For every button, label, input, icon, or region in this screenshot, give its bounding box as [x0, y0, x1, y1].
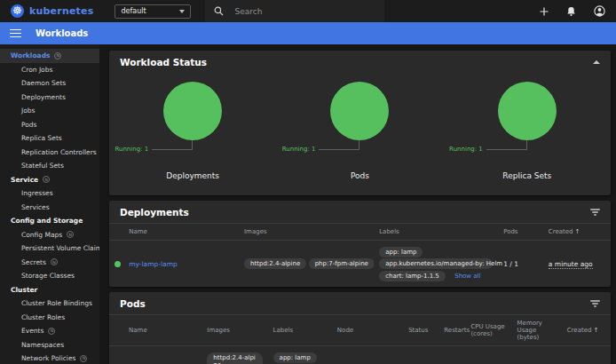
- sidebar-item-label: Storage Classes: [21, 272, 75, 280]
- sidebar-item-config-maps[interactable]: Config Maps N: [0, 228, 99, 242]
- namespace-selected-value: default: [121, 7, 146, 15]
- deployment-row: my-lamp-lamp httpd:2.4-alpine php:7-fpm-…: [109, 241, 611, 288]
- deployments-card-title: Deployments: [120, 207, 189, 218]
- account-button[interactable]: [594, 5, 605, 17]
- pods-card-title: Pods: [120, 298, 146, 309]
- show-all-link[interactable]: Show all: [454, 273, 480, 280]
- labels-column-header: Labels: [268, 315, 332, 346]
- menu-hamburger-icon[interactable]: [10, 29, 21, 38]
- sidebar-item-cron-jobs[interactable]: Cron Jobs: [0, 63, 99, 77]
- sidebar-item-deployments[interactable]: Deployments: [0, 91, 99, 105]
- sidebar-item-daemon-sets[interactable]: Daemon Sets: [0, 76, 99, 91]
- main-content: Workload Status Running: 1 Deployments R…: [99, 44, 616, 364]
- sidebar-item-jobs[interactable]: Jobs: [0, 104, 99, 118]
- sidebar-item-label: Config Maps: [21, 231, 62, 239]
- bell-icon: [566, 6, 576, 17]
- sidebar-item-label: Replication Controllers: [21, 148, 97, 156]
- sidebar-item-label: Cluster Roles: [21, 313, 65, 321]
- memory-column-header: Memory Usage (bytes): [512, 315, 562, 346]
- sidebar-item-cluster[interactable]: Cluster: [0, 283, 99, 297]
- sidebar-item-label: Pods: [21, 121, 37, 129]
- sidebar-item-services[interactable]: Services: [0, 201, 99, 215]
- created-timestamp: a minute ago: [549, 260, 593, 269]
- sidebar-item-label: Network Policies: [21, 354, 75, 362]
- pod-cpu: -: [465, 346, 511, 364]
- label-chip: app: lamp: [379, 247, 423, 257]
- sidebar-item-label: Events: [21, 327, 43, 335]
- notifications-button[interactable]: [566, 6, 576, 17]
- workload-status-card: Workload Status Running: 1 Deployments R…: [109, 51, 611, 195]
- name-column-header: Name: [123, 224, 239, 241]
- created-column-label: Created: [567, 327, 592, 334]
- search-icon: [214, 6, 224, 16]
- sidebar-item-replication-controllers[interactable]: Replication Controllers: [0, 146, 99, 160]
- pods-chart-title: Pods: [276, 171, 443, 180]
- sidebar-item-label: Persistent Volume Claims: [21, 244, 99, 252]
- created-column-header[interactable]: Created↑: [543, 224, 611, 241]
- pods-pie: [330, 82, 389, 140]
- label-chip: app: lamp: [273, 352, 317, 363]
- replica-sets-chart-title: Replica Sets: [444, 171, 611, 180]
- sidebar-item-label: Service: [11, 176, 38, 184]
- pod-memory: -: [512, 346, 562, 364]
- sidebar-item-cluster-role-bindings[interactable]: Cluster Role Bindings: [0, 297, 99, 311]
- status-column-header: [109, 315, 123, 346]
- sidebar-item-label: Namespaces: [21, 341, 64, 349]
- filter-icon[interactable]: [590, 300, 600, 307]
- deployment-name-link[interactable]: my-lamp-lamp: [129, 260, 178, 268]
- cpu-column-header: CPU Usage (cores): [465, 315, 511, 346]
- sidebar-item-persistent-volume-claims[interactable]: Persistent Volume Claims N: [0, 241, 99, 256]
- account-circle-icon: [594, 5, 605, 17]
- status-column-header: [109, 224, 123, 241]
- sidebar-item-pods[interactable]: Pods: [0, 118, 99, 132]
- image-chip: httpd:2.4-alpine: [207, 352, 262, 364]
- images-column-header: Images: [201, 315, 267, 346]
- labels-column-header: Labels: [374, 224, 498, 241]
- sidebar-item-label: Secrets: [21, 258, 46, 266]
- deployments-pie: [163, 82, 222, 140]
- namespaced-badge-icon: N: [43, 176, 50, 183]
- pods-column-header: Pods: [498, 224, 543, 241]
- deployments-chart-title: Deployments: [109, 171, 276, 180]
- kubernetes-logo-icon[interactable]: ☸: [11, 4, 24, 18]
- namespaced-badge-icon: N: [54, 52, 61, 59]
- deployments-chart: Running: 1 Deployments: [109, 73, 276, 195]
- sidebar-item-stateful-sets[interactable]: Stateful Sets: [0, 159, 99, 173]
- namespace-selector[interactable]: default: [115, 4, 191, 19]
- sidebar-item-label: Deployments: [21, 93, 66, 101]
- sidebar-item-network-policies[interactable]: Network Policies N: [0, 352, 99, 364]
- sidebar-item-secrets[interactable]: Secrets N: [0, 256, 99, 270]
- search-input[interactable]: [234, 7, 359, 16]
- page-title: Workloads: [36, 28, 88, 38]
- sidebar-item-label: Replica Sets: [21, 134, 62, 142]
- deployments-chart-legend: Running: 1: [115, 146, 148, 153]
- pods-ratio: 1 / 1: [498, 241, 543, 288]
- topbar-actions: [540, 5, 605, 17]
- sidebar-item-storage-classes[interactable]: Storage Classes: [0, 269, 99, 283]
- sidebar-item-label: Config and Storage: [11, 217, 83, 225]
- plus-icon: [540, 7, 549, 16]
- sidebar-item-label: Cluster Role Bindings: [21, 299, 92, 307]
- deployments-table: Name Images Labels Pods Created↑ my-lamp…: [109, 223, 611, 287]
- sidebar-item-label: Jobs: [21, 107, 35, 115]
- sidebar-item-label: Services: [21, 203, 50, 211]
- collapse-caret-icon[interactable]: [593, 60, 600, 64]
- sidebar-item-ingresses[interactable]: Ingresses: [0, 186, 99, 201]
- deployments-card: Deployments Name Images Labels Pods: [109, 201, 611, 287]
- sidebar-item-config-and-storage[interactable]: Config and Storage: [0, 214, 99, 228]
- sidebar-item-events[interactable]: Events N: [0, 324, 99, 338]
- search-box[interactable]: [205, 0, 384, 22]
- create-resource-button[interactable]: [540, 7, 549, 16]
- workload-status-title: Workload Status: [120, 57, 207, 67]
- created-column-label: Created: [549, 228, 573, 235]
- sidebar-item-service[interactable]: Service N: [0, 173, 99, 187]
- created-column-header[interactable]: Created↑: [562, 315, 611, 346]
- sidebar-item-namespaces[interactable]: Namespaces: [0, 338, 99, 352]
- node-column-header: Node: [332, 315, 403, 346]
- sidebar-item-workloads[interactable]: Workloads N: [0, 49, 99, 63]
- sidebar-item-replica-sets[interactable]: Replica Sets: [0, 131, 99, 146]
- app-bar: Workloads: [0, 22, 616, 44]
- filter-icon[interactable]: [590, 209, 600, 216]
- restarts-column-header: Restarts: [438, 315, 465, 346]
- sidebar-item-cluster-roles[interactable]: Cluster Roles: [0, 311, 99, 325]
